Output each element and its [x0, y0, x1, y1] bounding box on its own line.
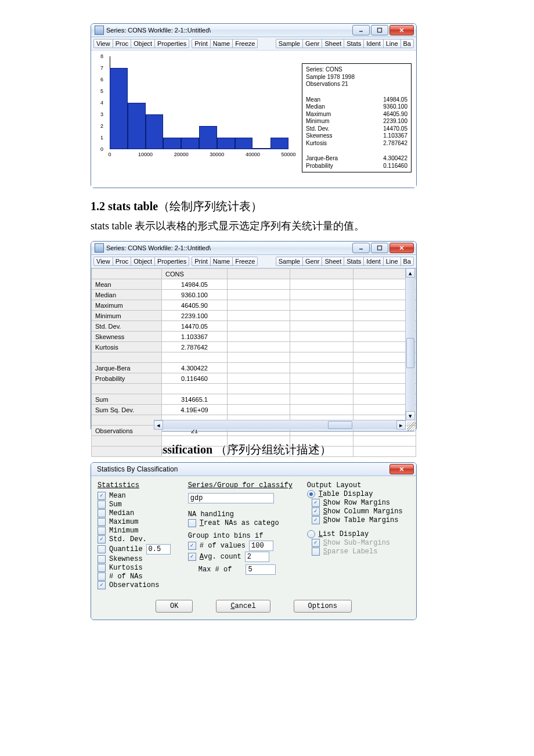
toolbar-sample[interactable]: Sample — [276, 39, 303, 48]
toolbar-stats[interactable]: Stats — [344, 257, 364, 266]
stats-series: Series: CONS — [306, 66, 407, 74]
layout-opt-show-table-margins[interactable]: Show Table Margins — [312, 516, 410, 524]
stat-checkbox-minimum[interactable]: Minimum — [98, 527, 178, 535]
toolbar-view[interactable]: View — [93, 39, 113, 48]
stat-checkbox-median[interactable]: Median — [98, 509, 178, 517]
layout-opt-show-row-margins[interactable]: Show Row Margins — [312, 499, 410, 507]
toolbar-ba[interactable]: Ba — [400, 257, 414, 266]
group-title-statistics: Statistics — [98, 481, 178, 489]
toolbar-properties[interactable]: Properties — [154, 257, 189, 266]
bins-max-row: Max # of — [188, 564, 297, 575]
toolbar-proc[interactable]: Proc — [113, 257, 132, 266]
stat-checkbox-maximum[interactable]: Maximum — [98, 518, 178, 526]
window-title: Series: CONS Workfile: 2-1::Untitled\ — [106, 244, 352, 251]
scrollbar-thumb[interactable] — [406, 338, 414, 368]
toolbar-freeze[interactable]: Freeze — [232, 257, 258, 266]
toolbar-print[interactable]: Print — [192, 257, 211, 266]
table-row: Jarque-Bera4.300422 — [92, 363, 416, 373]
bins-nvalues-checkbox[interactable]: # of values — [188, 541, 297, 551]
close-button[interactable] — [389, 25, 414, 35]
section-heading-12: 1.2 stats table（绘制序列统计表） — [91, 199, 443, 214]
close-button[interactable] — [389, 464, 414, 474]
scrollbar-thumb[interactable] — [328, 421, 352, 429]
table-row — [92, 352, 416, 363]
toolbar-ident[interactable]: Ident — [363, 39, 383, 48]
toolbar-proc[interactable]: Proc — [113, 39, 132, 48]
table-row: Minimum2239.100 — [92, 311, 416, 321]
table-row: Sum Sq. Dev.4.19E+09 — [92, 405, 416, 415]
stat-checkbox-sum[interactable]: Sum — [98, 501, 178, 509]
minimize-button[interactable] — [352, 243, 370, 253]
column-header: CONS — [162, 269, 228, 279]
close-button[interactable] — [389, 243, 414, 253]
table-row — [92, 447, 416, 457]
bins-avg-input[interactable] — [245, 552, 269, 562]
maximize-button[interactable] — [371, 25, 388, 35]
scroll-up-icon[interactable]: ▴ — [406, 268, 415, 278]
cancel-button[interactable]: Cancel — [216, 600, 270, 613]
maximize-button[interactable] — [371, 243, 388, 253]
layout-opt-show-column-margins[interactable]: Show Column Margins — [312, 507, 410, 516]
group-title-bins: Group into bins if — [188, 532, 297, 540]
bins-avg-checkbox[interactable]: Avg. count — [188, 552, 297, 562]
dialog-titlebar[interactable]: Statistics By Classification — [91, 463, 416, 476]
toolbar-name[interactable]: Name — [210, 257, 233, 266]
toolbar-genr[interactable]: Genr — [302, 39, 322, 48]
stats-row: Jarque-Bera4.300422 — [306, 155, 407, 163]
stat-checkbox-quantile[interactable]: Quantile — [98, 544, 178, 555]
toolbar-object[interactable]: Object — [131, 257, 155, 266]
radio-list-label: List Display — [319, 530, 369, 538]
toolbar-sheet[interactable]: Sheet — [322, 39, 344, 48]
table-row: Maximum46405.90 — [92, 300, 416, 311]
y-axis-tick: 6 — [100, 77, 282, 82]
toolbar-ba[interactable]: Ba — [400, 39, 414, 48]
bins-max-input[interactable] — [246, 564, 276, 575]
toolbar-group-right: SampleGenrSheetStatsIdentLineBa — [276, 39, 414, 48]
titlebar[interactable]: Series: CONS Workfile: 2-1::Untitled\ — [91, 24, 416, 37]
y-axis-tick: 7 — [100, 65, 282, 71]
toolbar-object[interactable]: Object — [131, 39, 155, 48]
bins-nvalues-input[interactable] — [249, 541, 273, 551]
toolbar-name[interactable]: Name — [210, 39, 233, 48]
stat-checkbox-kurtosis[interactable]: Kurtosis — [98, 564, 178, 572]
toolbar-sheet[interactable]: Sheet — [322, 257, 344, 266]
table-row: Kurtosis2.787642 — [92, 342, 416, 352]
scroll-right-icon[interactable]: ▸ — [396, 420, 406, 430]
scroll-left-icon[interactable]: ◂ — [154, 420, 163, 430]
window-stats-table: Series: CONS Workfile: 2-1::Untitled\ Vi… — [91, 241, 417, 431]
minimize-button[interactable] — [352, 25, 370, 35]
radio-list-display[interactable]: List Display — [307, 530, 410, 538]
radio-table-display[interactable]: Table Display — [307, 490, 410, 498]
stat-checkbox--of-nas[interactable]: # of NAs — [98, 573, 178, 581]
bins-avg-label: Avg. count — [200, 553, 241, 561]
quantile-input[interactable] — [146, 544, 171, 555]
stats-row: Std. Dev.14470.05 — [306, 125, 407, 133]
options-button[interactable]: Options — [294, 600, 352, 613]
toolbar-properties[interactable]: Properties — [154, 39, 189, 48]
toolbar-view[interactable]: View — [93, 257, 113, 266]
bins-max-label: Max # of — [199, 566, 232, 574]
ok-button[interactable]: OK — [156, 600, 193, 613]
section-desc-12: stats table 表示以表格的形式显示选定序列有关统计量的值。 — [91, 219, 443, 233]
na-checkbox[interactable]: Treat NAs as catego — [188, 519, 297, 527]
stat-checkbox-skewness[interactable]: Skewness — [98, 555, 178, 563]
toolbar-freeze[interactable]: Freeze — [232, 39, 258, 48]
toolbar-line[interactable]: Line — [383, 39, 401, 48]
toolbar-print[interactable]: Print — [192, 39, 211, 48]
stat-checkbox-observations[interactable]: Observations — [98, 581, 178, 589]
toolbar-stats[interactable]: Stats — [344, 39, 364, 48]
table-row — [92, 384, 416, 394]
toolbar-ident[interactable]: Ident — [363, 257, 383, 266]
resize-grip[interactable] — [407, 422, 416, 431]
scroll-down-icon[interactable]: ▾ — [406, 411, 415, 420]
series-input[interactable] — [188, 493, 274, 503]
histogram-chart: 012345678 01000020000300004000050000 — [103, 56, 288, 161]
stat-checkbox-std-dev-[interactable]: Std. Dev. — [98, 535, 178, 543]
toolbar-line[interactable]: Line — [383, 257, 401, 266]
horizontal-scrollbar[interactable]: ◂ ▸ — [154, 420, 406, 430]
toolbar-sample[interactable]: Sample — [276, 257, 303, 266]
toolbar-genr[interactable]: Genr — [302, 257, 322, 266]
vertical-scrollbar[interactable]: ▴ ▾ — [405, 268, 415, 420]
stat-checkbox-mean[interactable]: Mean — [98, 492, 178, 500]
titlebar[interactable]: Series: CONS Workfile: 2-1::Untitled\ — [91, 242, 416, 255]
